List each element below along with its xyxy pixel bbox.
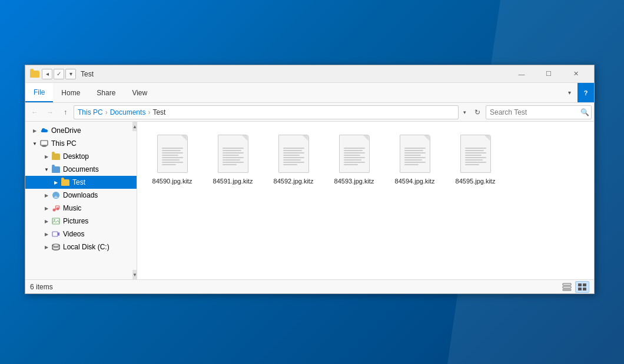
nav-up-button[interactable]: ↑ bbox=[58, 105, 72, 119]
sidebar-scroll-down[interactable]: ▼ bbox=[132, 270, 137, 279]
view-grid-button[interactable] bbox=[575, 281, 589, 293]
file-icon bbox=[458, 132, 493, 175]
sidebar-label-pictures: Pictures bbox=[63, 217, 88, 225]
disk-icon bbox=[51, 242, 61, 252]
nav-back-button[interactable]: ← bbox=[28, 105, 42, 119]
sidebar-item-videos[interactable]: ▶ Videos bbox=[25, 228, 137, 241]
title-bar-folder-icon bbox=[30, 69, 39, 79]
sidebar-scroll-up[interactable]: ▲ bbox=[132, 122, 137, 131]
breadcrumb-test[interactable]: Test bbox=[152, 108, 165, 116]
search-box[interactable]: 🔍 bbox=[486, 105, 592, 119]
expand-arrow-this-pc[interactable]: ▼ bbox=[30, 139, 39, 148]
svg-rect-21 bbox=[583, 283, 586, 286]
view-buttons bbox=[560, 281, 589, 293]
doc-lines bbox=[283, 146, 304, 166]
expand-arrow-documents[interactable]: ▼ bbox=[42, 165, 51, 174]
svg-point-3 bbox=[52, 192, 59, 199]
file-icon bbox=[397, 132, 433, 175]
svg-rect-13 bbox=[52, 232, 58, 236]
sidebar-item-onedrive[interactable]: ▶ OneDrive bbox=[25, 124, 137, 137]
folder-icon-documents bbox=[51, 165, 61, 174]
file-name: 84593.jpg.kitz bbox=[334, 177, 374, 185]
file-icon bbox=[337, 132, 372, 175]
sidebar-item-music[interactable]: ▶ Music bbox=[25, 202, 137, 215]
file-item[interactable]: 84593.jpg.kitz bbox=[326, 129, 382, 189]
document-icon bbox=[218, 135, 248, 173]
sidebar-item-this-pc[interactable]: ▼ This PC bbox=[25, 137, 137, 150]
sidebar: ▶ OneDrive ▼ This PC ▶ Deskto bbox=[25, 122, 137, 279]
close-button[interactable]: ✕ bbox=[562, 65, 589, 83]
qs-checkmark-button[interactable]: ✓ bbox=[54, 69, 64, 79]
expand-arrow-videos[interactable]: ▶ bbox=[42, 229, 51, 239]
file-item[interactable]: 84591.jpg.kitz bbox=[205, 129, 261, 189]
tab-file[interactable]: File bbox=[25, 83, 53, 102]
search-icon[interactable]: 🔍 bbox=[580, 108, 589, 116]
sidebar-label-documents: Documents bbox=[63, 165, 99, 173]
tab-home[interactable]: Home bbox=[53, 83, 88, 102]
sidebar-label-downloads: Downloads bbox=[63, 191, 98, 199]
qs-back-button[interactable]: ◂ bbox=[42, 69, 52, 79]
expand-arrow-test[interactable]: ▶ bbox=[51, 178, 61, 187]
expand-arrow-desktop[interactable]: ▶ bbox=[42, 152, 51, 161]
sidebar-item-desktop[interactable]: ▶ Desktop bbox=[25, 150, 137, 163]
maximize-button[interactable]: ☐ bbox=[535, 65, 562, 83]
address-path[interactable]: This PC › Documents › Test bbox=[74, 105, 459, 119]
file-name: 84592.jpg.kitz bbox=[274, 177, 314, 185]
sidebar-label-local-disk: Local Disk (C:) bbox=[63, 243, 109, 251]
expand-arrow-music[interactable]: ▶ bbox=[42, 203, 51, 213]
sidebar-item-pictures[interactable]: ▶ Pictures bbox=[25, 215, 137, 228]
window-title: Test bbox=[81, 70, 508, 78]
expand-arrow-onedrive[interactable]: ▶ bbox=[30, 126, 39, 135]
sidebar-item-test[interactable]: ▶ Test bbox=[25, 176, 137, 189]
window-controls: — ☐ ✕ bbox=[508, 65, 589, 83]
title-bar: ◂ ✓ ▾ Test — ☐ ✕ bbox=[25, 65, 594, 83]
file-item[interactable]: 84595.jpg.kitz bbox=[447, 129, 503, 189]
sidebar-item-documents[interactable]: ▼ Documents bbox=[25, 163, 137, 176]
folder-icon-desktop bbox=[51, 152, 61, 161]
tab-view[interactable]: View bbox=[124, 83, 155, 102]
minimize-button[interactable]: — bbox=[508, 65, 535, 83]
file-item[interactable]: 84594.jpg.kitz bbox=[387, 129, 443, 189]
document-icon bbox=[278, 135, 309, 173]
explorer-window: ◂ ✓ ▾ Test — ☐ ✕ File Home Share View ▾ … bbox=[25, 65, 595, 294]
search-input[interactable] bbox=[490, 108, 578, 116]
sidebar-label-this-pc: This PC bbox=[51, 139, 77, 148]
svg-marker-14 bbox=[58, 232, 59, 236]
address-dropdown-button[interactable]: ▾ bbox=[460, 105, 469, 119]
separator-2: › bbox=[148, 108, 150, 116]
file-name: 84594.jpg.kitz bbox=[395, 177, 435, 185]
file-item[interactable]: 84592.jpg.kitz bbox=[265, 129, 321, 189]
ribbon-help-button[interactable]: ? bbox=[577, 83, 594, 102]
expand-arrow-downloads[interactable]: ▶ bbox=[42, 191, 51, 200]
onedrive-icon bbox=[39, 126, 49, 135]
svg-point-12 bbox=[54, 219, 55, 221]
file-item[interactable]: 84590.jpg.kitz bbox=[144, 129, 200, 189]
breadcrumb-pc[interactable]: This PC bbox=[78, 108, 103, 116]
separator-1: › bbox=[105, 108, 108, 116]
ribbon-expand-button[interactable]: ▾ bbox=[561, 83, 577, 102]
status-bar: 6 items bbox=[25, 279, 594, 293]
refresh-button[interactable]: ↻ bbox=[470, 105, 484, 119]
quick-access-toolbar: ◂ ✓ ▾ bbox=[42, 69, 76, 79]
svg-point-16 bbox=[52, 248, 59, 250]
doc-lines bbox=[162, 146, 183, 166]
tab-share[interactable]: Share bbox=[88, 83, 124, 102]
document-icon bbox=[460, 135, 491, 173]
nav-forward-button[interactable]: → bbox=[43, 105, 57, 119]
file-name: 84590.jpg.kitz bbox=[152, 177, 192, 185]
view-list-button[interactable] bbox=[560, 281, 574, 293]
document-icon bbox=[339, 135, 370, 173]
sidebar-label-music: Music bbox=[63, 204, 81, 212]
svg-rect-23 bbox=[583, 288, 586, 290]
expand-arrow-pictures[interactable]: ▶ bbox=[42, 216, 51, 226]
qs-dropdown-button[interactable]: ▾ bbox=[65, 69, 76, 79]
sidebar-item-downloads[interactable]: ▶ Downloads bbox=[25, 189, 137, 202]
expand-arrow-local-disk[interactable]: ▶ bbox=[42, 242, 51, 252]
breadcrumb-documents[interactable]: Documents bbox=[110, 108, 146, 116]
computer-icon bbox=[39, 139, 49, 148]
svg-rect-19 bbox=[563, 289, 571, 290]
svg-rect-0 bbox=[41, 141, 48, 145]
svg-point-7 bbox=[57, 208, 59, 211]
doc-lines bbox=[465, 146, 486, 166]
sidebar-item-local-disk[interactable]: ▶ Local Disk (C:) bbox=[25, 241, 137, 253]
